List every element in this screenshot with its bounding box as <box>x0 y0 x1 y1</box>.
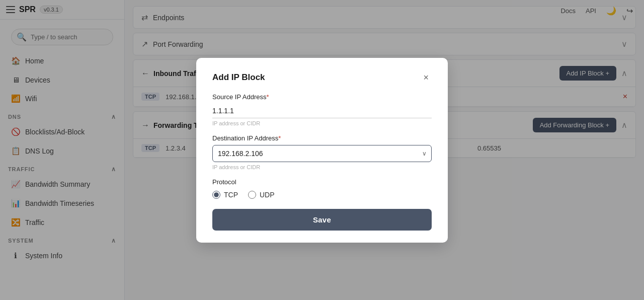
dest-ip-select-wrapper: 192.168.2.106 ∨ <box>212 145 432 162</box>
source-ip-label: Source IP Address* <box>212 93 432 101</box>
tcp-radio-option[interactable]: TCP <box>212 191 238 199</box>
modal-header: Add IP Block × <box>212 72 432 83</box>
udp-radio[interactable] <box>248 191 256 199</box>
source-ip-group: Source IP Address* IP address or CIDR <box>212 93 432 126</box>
protocol-group: Protocol TCP UDP <box>212 178 432 199</box>
add-ip-block-modal: Add IP Block × Source IP Address* IP add… <box>196 58 448 243</box>
dest-ip-hint: IP address or CIDR <box>212 164 432 170</box>
dest-required-star: * <box>278 134 281 142</box>
dest-ip-select[interactable]: 192.168.2.106 <box>212 145 432 162</box>
protocol-label: Protocol <box>212 178 432 186</box>
protocol-radio-group: TCP UDP <box>212 191 432 199</box>
source-ip-hint: IP address or CIDR <box>212 120 432 126</box>
tcp-label: TCP <box>224 191 238 199</box>
source-ip-input[interactable] <box>212 104 432 118</box>
save-button[interactable]: Save <box>212 209 432 231</box>
tcp-radio[interactable] <box>212 191 220 199</box>
dest-ip-label: Destination IP Address* <box>212 134 432 142</box>
udp-label: UDP <box>260 191 275 199</box>
source-required-star: * <box>266 93 269 101</box>
modal-close-button[interactable]: × <box>420 72 432 83</box>
dest-ip-group: Destination IP Address* 192.168.2.106 ∨ … <box>212 134 432 170</box>
udp-radio-option[interactable]: UDP <box>248 191 275 199</box>
modal-overlay[interactable]: Add IP Block × Source IP Address* IP add… <box>0 0 644 300</box>
modal-title: Add IP Block <box>212 72 265 83</box>
